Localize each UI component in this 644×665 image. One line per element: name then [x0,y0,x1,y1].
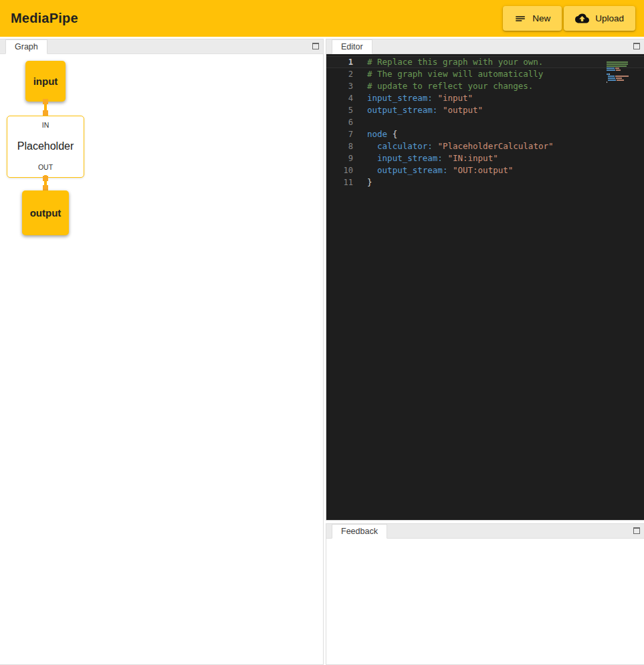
line-number: 11 [326,176,353,188]
edge-connector-dot [43,99,48,104]
line-number: 10 [326,164,353,176]
feedback-body [326,539,644,664]
code-line[interactable]: 8 calculator: "PlaceholderCalculator" [326,140,644,152]
line-number: 2 [326,68,353,80]
graph-canvas[interactable]: input IN Placeholder OUT output [0,54,323,664]
graph-tabstrip: Graph [0,39,323,54]
cloud-upload-icon [575,11,589,25]
editor-maximize-icon[interactable] [633,43,640,49]
graph-node-output-label: output [30,207,62,219]
app-title: MediaPipe [11,11,78,26]
tab-graph[interactable]: Graph [5,39,47,54]
tab-feedback[interactable]: Feedback [332,524,387,539]
code-line[interactable]: 7node { [326,128,644,140]
editor-body[interactable]: 1# Replace this graph with your own.2# T… [326,54,644,520]
graph-node-input[interactable]: input [25,61,66,102]
code-line[interactable]: 5output_stream: "output" [326,104,644,116]
app-root: MediaPipe New Upload Graph input [0,0,644,665]
feedback-maximize-icon[interactable] [633,527,640,534]
graph-node-placeholder[interactable]: IN Placeholder OUT [7,116,84,178]
edge-connector-dot [43,110,48,116]
line-number: 6 [326,116,353,128]
new-button-label: New [532,13,550,23]
header-actions: New Upload [503,6,635,31]
graph-node-input-label: input [33,76,58,87]
code-line[interactable]: 3# update to reflect your changes. [326,80,644,92]
app-header: MediaPipe New Upload [0,0,644,37]
code-line[interactable]: 10 output_stream: "OUT:output" [326,164,644,176]
editor-code: 1# Replace this graph with your own.2# T… [326,56,644,188]
placeholder-in-port: IN [42,121,49,129]
code-line[interactable]: 6 [326,116,644,128]
edge-connector-dot [43,176,48,181]
new-button[interactable]: New [503,6,562,31]
placeholder-out-port: OUT [38,163,53,171]
code-line[interactable]: 4input_stream: "input" [326,92,644,104]
placeholder-node-label: Placeholder [17,140,74,152]
tab-editor[interactable]: Editor [332,39,372,54]
line-number: 9 [326,152,353,164]
line-number: 8 [326,140,353,152]
feedback-tabstrip: Feedback [326,524,644,539]
code-line[interactable]: 1# Replace this graph with your own. [326,56,644,68]
editor-tabstrip: Editor [326,39,644,54]
line-number: 4 [326,92,353,104]
line-number: 1 [326,56,353,68]
code-line[interactable]: 11} [326,176,644,188]
graph-node-output[interactable]: output [22,190,69,235]
code-line[interactable]: 9 input_stream: "IN:input" [326,152,644,164]
editor-panel: Editor 1# Replace this graph with your o… [326,39,644,521]
upload-button[interactable]: Upload [564,6,635,31]
editor-minimap[interactable] [607,57,635,79]
line-number: 5 [326,104,353,116]
edge-connector-dot [43,185,48,190]
graph-panel: Graph input IN Placeholder OUT output [0,39,324,665]
line-number: 3 [326,80,353,92]
line-number: 7 [326,128,353,140]
feedback-panel: Feedback [326,523,644,665]
graph-maximize-icon[interactable] [312,43,319,49]
upload-button-label: Upload [595,13,624,23]
code-line[interactable]: 2# The graph view will automatically [326,68,644,80]
menu-icon [514,13,526,25]
